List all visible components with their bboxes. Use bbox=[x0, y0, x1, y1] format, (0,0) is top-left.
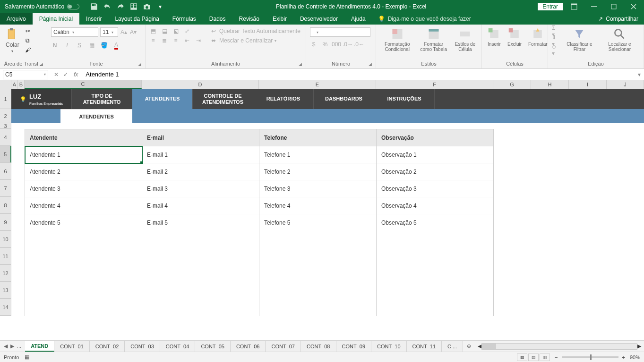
ribbon-display-icon[interactable] bbox=[566, 1, 583, 12]
zoom-in-icon[interactable]: + bbox=[622, 354, 625, 360]
sheet-tab[interactable]: CONT_08 bbox=[301, 341, 336, 352]
col-header-c[interactable]: C bbox=[25, 80, 142, 89]
fx-icon[interactable]: fx bbox=[74, 71, 82, 78]
nav-instrucoes[interactable]: INSTRUÇÕES bbox=[374, 89, 435, 109]
row-header-2[interactable]: 2 bbox=[0, 109, 11, 123]
col-header-b[interactable]: B bbox=[18, 80, 25, 89]
row-header-13[interactable]: 13 bbox=[0, 282, 11, 299]
decrease-decimal-icon[interactable]: .0← bbox=[355, 41, 363, 48]
increase-font-icon[interactable]: A▴ bbox=[120, 28, 128, 36]
align-bottom-icon[interactable]: ⬕ bbox=[172, 27, 180, 35]
cell[interactable] bbox=[377, 299, 494, 316]
sheet-tab[interactable]: CONT_07 bbox=[266, 341, 301, 352]
save-icon[interactable] bbox=[90, 2, 98, 11]
qat-dropdown-icon[interactable]: ▾ bbox=[156, 2, 164, 11]
accounting-icon[interactable]: $ bbox=[310, 41, 318, 48]
close-icon[interactable] bbox=[625, 1, 642, 12]
cell[interactable]: Atendente 3 bbox=[25, 180, 142, 197]
row-header-9[interactable]: 9 bbox=[0, 214, 11, 231]
zoom-slider[interactable] bbox=[562, 356, 618, 358]
zoom-out-icon[interactable]: − bbox=[555, 354, 558, 360]
cell[interactable]: Observação 4 bbox=[377, 197, 494, 214]
autosave-toggle[interactable]: Salvamento Automático bbox=[2, 3, 82, 10]
row-header-14[interactable]: 14 bbox=[0, 299, 11, 316]
cell[interactable] bbox=[259, 248, 377, 265]
maximize-icon[interactable] bbox=[605, 1, 622, 12]
fill-color-icon[interactable]: 🪣 bbox=[100, 42, 108, 49]
cell[interactable]: Observação 1 bbox=[377, 146, 494, 163]
insert-cells-button[interactable]: Inserir bbox=[486, 26, 503, 48]
sheet-nav-ellipsis[interactable]: ... bbox=[17, 343, 21, 349]
macro-record-icon[interactable]: ▦ bbox=[25, 354, 29, 360]
expand-formula-bar-icon[interactable]: ▾ bbox=[635, 71, 644, 78]
tab-file[interactable]: Arquivo bbox=[0, 13, 33, 25]
number-format-select[interactable]: ▾ bbox=[310, 27, 370, 37]
cell[interactable]: Atendente 2 bbox=[25, 163, 142, 180]
col-header-g[interactable]: G bbox=[493, 80, 531, 89]
tab-view[interactable]: Exibir bbox=[266, 13, 293, 25]
cell[interactable]: Observação 5 bbox=[377, 214, 494, 231]
cell[interactable] bbox=[259, 265, 377, 282]
cell[interactable] bbox=[25, 265, 142, 282]
merge-icon[interactable]: ⬌ bbox=[210, 37, 217, 44]
cell[interactable]: Telefone 4 bbox=[259, 197, 377, 214]
orientation-icon[interactable]: ⤢ bbox=[183, 27, 191, 35]
col-header-e[interactable]: E bbox=[259, 80, 376, 89]
sort-filter-button[interactable]: Classificar e Filtrar bbox=[562, 26, 597, 53]
cell[interactable] bbox=[259, 282, 377, 299]
row-header-3[interactable]: 3 bbox=[0, 123, 11, 129]
cell[interactable]: Telefone 1 bbox=[259, 146, 377, 163]
sheet-tab[interactable]: CONT_04 bbox=[160, 341, 196, 352]
tab-home[interactable]: Página Inicial bbox=[33, 13, 79, 25]
name-box[interactable]: C5▾ bbox=[3, 70, 48, 79]
cancel-formula-icon[interactable]: ✕ bbox=[54, 71, 59, 78]
scroll-left-icon[interactable]: ◀ bbox=[478, 343, 481, 349]
sheet-tab-atend[interactable]: ATEND bbox=[25, 341, 54, 352]
cell[interactable]: E-mail 4 bbox=[142, 197, 259, 214]
undo-icon[interactable] bbox=[103, 2, 112, 11]
align-right-icon[interactable]: ≡ bbox=[172, 37, 180, 44]
cell[interactable] bbox=[377, 282, 494, 299]
row-header-4[interactable]: 4 bbox=[0, 129, 11, 146]
format-as-table-button[interactable]: Formatar como Tabela bbox=[418, 26, 450, 53]
tab-layout[interactable]: Layout da Página bbox=[108, 13, 165, 25]
row-header-10[interactable]: 10 bbox=[0, 231, 11, 248]
format-painter-icon[interactable]: 🖌 bbox=[24, 46, 32, 54]
cell[interactable]: Observação 3 bbox=[377, 180, 494, 197]
row-header-12[interactable]: 12 bbox=[0, 265, 11, 282]
col-header-i[interactable]: I bbox=[569, 80, 607, 89]
increase-indent-icon[interactable]: ⇥ bbox=[195, 37, 202, 44]
tab-formulas[interactable]: Fórmulas bbox=[166, 13, 203, 25]
cell[interactable]: Telefone 2 bbox=[259, 163, 377, 180]
th-telefone[interactable]: Telefone bbox=[259, 129, 377, 146]
sheet-tab[interactable]: CONT_01 bbox=[54, 341, 90, 352]
conditional-formatting-button[interactable]: Formatação Condicional bbox=[380, 26, 415, 53]
th-email[interactable]: E-mail bbox=[142, 129, 259, 146]
normal-view-icon[interactable]: ▦ bbox=[517, 354, 527, 361]
italic-icon[interactable]: I bbox=[63, 42, 71, 49]
dialog-launcher-icon[interactable]: ◢ bbox=[138, 62, 141, 67]
cell[interactable] bbox=[25, 282, 142, 299]
format-cells-button[interactable]: Formatar bbox=[526, 26, 550, 48]
cell[interactable]: Observação 2 bbox=[377, 163, 494, 180]
cell[interactable] bbox=[25, 248, 142, 265]
nav-relatorios[interactable]: RELATÓRIOS bbox=[253, 89, 314, 109]
copy-icon[interactable]: ⧉ bbox=[24, 37, 32, 44]
col-header-f[interactable]: F bbox=[376, 80, 493, 89]
align-left-icon[interactable]: ≡ bbox=[149, 37, 157, 44]
sheet-tab[interactable]: CONT_05 bbox=[195, 341, 231, 352]
wrap-text-icon[interactable]: ↩ bbox=[210, 27, 217, 35]
tab-help[interactable]: Ajuda bbox=[344, 13, 372, 25]
page-layout-view-icon[interactable]: ▤ bbox=[528, 354, 539, 361]
nav-tipo-atendimento[interactable]: TIPO DE ATENDIMENTO bbox=[72, 89, 132, 109]
nav-controle-atendimentos[interactable]: CONTROLE DE ATENDIMENTOS bbox=[193, 89, 253, 109]
cell[interactable] bbox=[259, 231, 377, 248]
formula-input[interactable] bbox=[82, 71, 635, 78]
table-icon[interactable] bbox=[129, 2, 138, 11]
cell[interactable]: E-mail 3 bbox=[142, 180, 259, 197]
cell[interactable]: E-mail 2 bbox=[142, 163, 259, 180]
th-observacao[interactable]: Observação bbox=[377, 129, 494, 146]
cell[interactable] bbox=[142, 299, 259, 316]
cell[interactable]: Atendente 4 bbox=[25, 197, 142, 214]
cell-styles-button[interactable]: Estilos de Célula bbox=[453, 26, 478, 53]
